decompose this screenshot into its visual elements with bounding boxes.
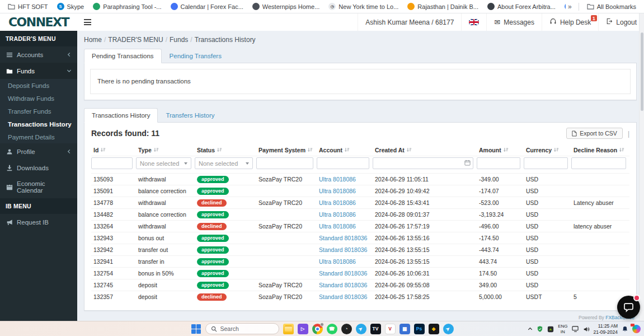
filter-input-id[interactable] xyxy=(91,157,133,169)
bookmark-paraphrasing-tool[interactable]: Paraphrasing Tool -... xyxy=(90,2,164,11)
telegram-icon[interactable]: ➤ xyxy=(356,324,366,334)
media-player-icon[interactable]: ▷ xyxy=(298,324,308,334)
binance-icon[interactable]: ◆ xyxy=(429,324,439,334)
sidebar-item-payment-details[interactable]: Payment Details xyxy=(0,130,77,143)
tray-chevron-up-icon[interactable] xyxy=(528,326,533,332)
antivirus-shield-icon[interactable] xyxy=(537,325,543,333)
account-link[interactable]: Ultra 8018086 xyxy=(319,223,356,230)
help-desk-button[interactable]: Help Desk 1 xyxy=(542,13,598,31)
tradingview-icon[interactable]: TV xyxy=(370,324,381,334)
breadcrumb-home[interactable]: Home xyxy=(84,36,102,44)
window-scrollbar[interactable] xyxy=(639,13,644,321)
sidebar-item-transfer-funds[interactable]: Transfer Funds xyxy=(0,105,77,118)
account-link[interactable]: Standard 8018036 xyxy=(319,246,367,253)
account-link[interactable]: Standard 8018036 xyxy=(319,270,367,277)
account-link[interactable]: Ultra 8018086 xyxy=(319,199,356,206)
sidebar-item-accounts[interactable]: Accounts xyxy=(0,46,77,63)
clock[interactable]: 11:25 AM21-09-2024 xyxy=(594,323,618,334)
column-header-currency[interactable]: Currency xyxy=(524,143,571,156)
network-icon[interactable] xyxy=(572,326,579,332)
bookmark-skype[interactable]: SSkype xyxy=(54,2,88,11)
v-app-icon[interactable]: V xyxy=(385,324,396,334)
tab-pending-transactions[interactable]: Pending Transactions xyxy=(84,49,162,63)
chrome-icon[interactable] xyxy=(312,324,323,334)
breadcrumb-trader-s-menu[interactable]: TRADER'S MENU xyxy=(108,36,163,44)
column-header-id[interactable]: Id xyxy=(91,143,136,156)
sidebar-item-deposit-funds[interactable]: Deposit Funds xyxy=(0,79,77,92)
column-header-amount[interactable]: Amount xyxy=(477,143,524,156)
filter-input-payment-system[interactable] xyxy=(256,157,313,169)
language-indicator[interactable]: ENGIN xyxy=(558,324,567,334)
messages-label: Messages xyxy=(504,18,534,26)
tab-pending-transfers[interactable]: Pending Transfers xyxy=(162,49,229,63)
scrollbar-thumb[interactable] xyxy=(641,32,643,111)
sidebar-item-funds[interactable]: Funds xyxy=(0,63,77,79)
tab-transfers-history[interactable]: Transfers History xyxy=(158,108,222,123)
sidebar-item-transactions-history[interactable]: Transactions History xyxy=(0,118,77,130)
obs-icon[interactable]: ◔ xyxy=(341,324,352,334)
column-header-account[interactable]: Account xyxy=(317,143,373,156)
cell: SozaPay TRC20 xyxy=(256,279,317,291)
tab-transactions-history[interactable]: Transactions History xyxy=(84,108,158,123)
chevron-down-icon xyxy=(246,162,249,165)
column-header-payment-system[interactable]: Payment System xyxy=(256,143,317,156)
bookmark-about-forex-arbitra[interactable]: About Forex Arbitra... xyxy=(484,2,559,11)
sidebar-item-label: Request IB xyxy=(17,219,49,226)
calendar-icon[interactable] xyxy=(464,160,471,166)
taskbar-search[interactable]: Search xyxy=(205,323,279,334)
language-selector[interactable] xyxy=(461,13,486,31)
windows-start-button[interactable] xyxy=(191,324,201,334)
remote-desktop-icon[interactable]: ▦ xyxy=(399,324,410,334)
bookmark-rajasthan-dainik-b[interactable]: Rajasthan | Dainik B... xyxy=(404,2,482,11)
bookmark-westernpips-home[interactable]: Westernpips Home... xyxy=(249,2,323,11)
volume-icon[interactable] xyxy=(583,326,590,333)
sidebar-item-economic-calendar[interactable]: Economic Calendar xyxy=(0,176,77,198)
filter-input-decline-reason[interactable] xyxy=(571,157,626,169)
column-header-status[interactable]: Status xyxy=(195,143,256,156)
table-row: 134778withdrawaldeclinedSozaPay TRC20Ult… xyxy=(91,197,629,209)
filter-input-created-at[interactable] xyxy=(373,157,473,169)
bookmarks-overflow-icon[interactable]: » xyxy=(566,3,574,11)
column-header-decline-reason[interactable]: Decline Reason xyxy=(571,143,629,156)
logout-button[interactable]: Logout xyxy=(598,13,644,31)
column-header-type[interactable]: Type xyxy=(136,143,195,156)
bookmark-calendar-forex-fac[interactable]: Calendar | Forex Fac... xyxy=(167,2,247,11)
account-link[interactable]: Standard 8018036 xyxy=(319,235,367,241)
file-explorer-icon[interactable] xyxy=(283,324,294,334)
sidebar-item-downloads[interactable]: Downloads xyxy=(0,160,77,176)
filter-input-currency[interactable] xyxy=(524,157,568,169)
filter-select-type[interactable]: None selected xyxy=(136,157,191,169)
telegram-icon-2[interactable]: ➤ xyxy=(443,324,454,334)
account-link[interactable]: Ultra 8018086 xyxy=(319,211,356,218)
whatsapp-icon[interactable]: ☎ xyxy=(327,324,337,334)
all-bookmarks-button[interactable]: All Bookmarks xyxy=(584,2,640,11)
bookmark-new-york-time-to-lo[interactable]: ◷New York time to Lo... xyxy=(325,2,402,11)
sidebar-item-request-ib[interactable]: Request IB xyxy=(0,214,77,230)
user-menu[interactable]: Ashish Kumar Meena / 68177 xyxy=(358,13,461,31)
sidebar-item-profile[interactable]: Profile xyxy=(0,143,77,160)
connext-logo[interactable]: CONNEXT xyxy=(0,13,77,31)
cell: SozaPay TRC20 xyxy=(256,174,317,185)
notifications-bell-icon[interactable] xyxy=(622,325,628,333)
sidebar-item-withdraw-funds[interactable]: Withdraw Funds xyxy=(0,92,77,105)
messages-button[interactable]: ✉ Messages xyxy=(486,13,542,31)
export-to-csv-button[interactable]: Export to CSV xyxy=(566,128,623,139)
filter-select-status[interactable]: None selected xyxy=(195,157,253,169)
account-link[interactable]: Ultra 8018086 xyxy=(319,188,356,194)
account-link[interactable]: Ultra 8018086 xyxy=(319,258,356,265)
filter-input-account[interactable] xyxy=(317,157,369,169)
bookmark-google-translate[interactable]: Google Translate xyxy=(561,2,566,11)
hamburger-menu-icon[interactable] xyxy=(77,17,98,27)
gpu-app-icon[interactable] xyxy=(547,326,554,333)
account-link[interactable]: Standard 8018036 xyxy=(319,293,367,300)
account-link[interactable]: Ultra 8018086 xyxy=(319,176,356,183)
copilot-icon[interactable] xyxy=(632,325,641,333)
column-menu-icon[interactable] xyxy=(628,128,629,138)
filter-input-amount[interactable] xyxy=(477,157,520,169)
breadcrumb-funds[interactable]: Funds xyxy=(170,36,188,44)
account-link[interactable]: Standard 8018036 xyxy=(319,282,367,288)
photoshop-icon[interactable]: Ps xyxy=(414,324,425,334)
column-header-created-at[interactable]: Created At xyxy=(373,143,477,156)
chat-widget-button[interactable] xyxy=(617,296,640,319)
bookmark-hft-soft[interactable]: HFT SOFT xyxy=(4,2,51,11)
